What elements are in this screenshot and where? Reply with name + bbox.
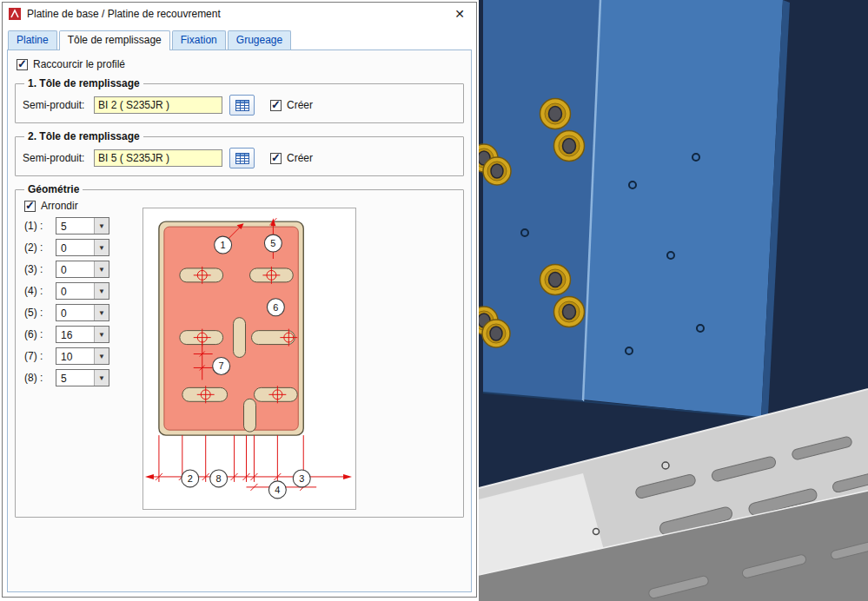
geometry-select-2[interactable]: 0 ▼ xyxy=(56,239,109,256)
tab-tole-de-remplissage[interactable]: Tôle de remplissage xyxy=(59,30,170,50)
bolt xyxy=(482,320,510,347)
group-tole-1: 1. Tôle de remplissage Semi-produit: xyxy=(15,77,464,123)
dialog-titlebar[interactable]: Platine de base / Platine de recouvremen… xyxy=(3,3,476,25)
material-catalog-button[interactable] xyxy=(229,95,255,116)
creer-label: Créer xyxy=(287,99,313,111)
geometry-select-7[interactable]: 10 ▼ xyxy=(56,347,109,365)
geometry-select-8[interactable]: 5 ▼ xyxy=(56,369,109,386)
tab-platine[interactable]: Platine xyxy=(8,30,57,50)
bolt xyxy=(483,157,511,185)
semi-produit-input-1[interactable] xyxy=(94,96,222,114)
chevron-down-icon: ▼ xyxy=(94,283,109,299)
diagram-label-7: 7 xyxy=(219,360,224,371)
group-tole-1-title: 1. Tôle de remplissage xyxy=(24,77,143,89)
base-plate-hole xyxy=(662,462,669,469)
chevron-down-icon: ▼ xyxy=(94,348,109,364)
material-catalog-button[interactable] xyxy=(229,148,255,168)
chevron-down-icon: ▼ xyxy=(94,305,109,320)
blue-plate-back xyxy=(566,0,790,418)
semi-produit-input-2[interactable] xyxy=(94,149,222,167)
tab-fixation[interactable]: Fixation xyxy=(172,30,226,50)
creer-checkbox-2[interactable]: Créer xyxy=(270,152,313,164)
bolt xyxy=(540,265,571,295)
group-geometrie-title: Géométrie xyxy=(24,183,83,195)
table-icon xyxy=(235,153,249,164)
checkbox-icon xyxy=(24,201,36,212)
geometry-select-5[interactable]: 0 ▼ xyxy=(56,304,109,321)
base-plate-hole xyxy=(593,529,600,535)
diagram-label-6: 6 xyxy=(273,302,278,313)
app-icon xyxy=(8,7,22,21)
close-icon[interactable]: ✕ xyxy=(450,7,469,21)
group-tole-2-title: 2. Tôle de remplissage xyxy=(24,130,143,142)
chevron-down-icon: ▼ xyxy=(94,240,109,255)
diagram-label-8: 8 xyxy=(216,473,222,484)
chevron-down-icon: ▼ xyxy=(94,327,109,342)
table-icon xyxy=(235,100,249,111)
tab-bar: Platine Tôle de remplissage Fixation Gru… xyxy=(3,25,476,50)
creer-label: Créer xyxy=(287,152,313,164)
dialog-platine-de-base: Platine de base / Platine de recouvremen… xyxy=(2,2,477,598)
bolt xyxy=(540,99,571,129)
chevron-down-icon: ▼ xyxy=(94,370,109,386)
semi-produit-label: Semi-produit: xyxy=(23,152,94,164)
diagram-label-3: 3 xyxy=(299,473,304,484)
geometry-select-4[interactable]: 0 ▼ xyxy=(56,282,109,300)
creer-checkbox-1[interactable]: Créer xyxy=(270,99,313,111)
raccourcir-label: Raccourcir le profilé xyxy=(33,58,125,70)
checkbox-icon xyxy=(270,100,282,111)
tab-grugeage[interactable]: Grugeage xyxy=(228,30,291,50)
tab-pane: Raccourcir le profilé 1. Tôle de remplis… xyxy=(7,50,472,592)
3d-model-viewport[interactable] xyxy=(479,0,868,601)
chevron-down-icon: ▼ xyxy=(94,261,109,277)
geometry-select-1[interactable]: 5 ▼ xyxy=(56,217,109,234)
geometry-select-6[interactable]: 16 ▼ xyxy=(56,326,109,343)
arrondir-label: Arrondir xyxy=(41,200,78,212)
raccourcir-checkbox[interactable]: Raccourcir le profilé xyxy=(17,58,466,70)
checkbox-icon xyxy=(17,59,28,70)
bolt xyxy=(554,131,585,162)
group-tole-2: 2. Tôle de remplissage Semi-produit: xyxy=(15,130,464,176)
diagram-label-5: 5 xyxy=(270,238,275,248)
diagram-label-1: 1 xyxy=(221,240,226,250)
group-geometrie: Géométrie Arrondir (1) : 5 ▼ (2) : 0 xyxy=(15,183,464,518)
chevron-down-icon: ▼ xyxy=(94,218,109,234)
geometry-diagram: 1 5 6 7 2 8 4 3 xyxy=(143,208,355,509)
bolt xyxy=(554,297,585,327)
diagram-label-4: 4 xyxy=(275,485,280,495)
diagram-label-2: 2 xyxy=(188,473,193,484)
checkbox-icon xyxy=(270,153,282,164)
geometry-select-3[interactable]: 0 ▼ xyxy=(56,261,109,278)
dialog-title: Platine de base / Platine de recouvremen… xyxy=(27,8,445,20)
geometry-diagram-panel: 1 5 6 7 2 8 4 3 xyxy=(142,208,356,510)
semi-produit-label: Semi-produit: xyxy=(23,99,94,111)
